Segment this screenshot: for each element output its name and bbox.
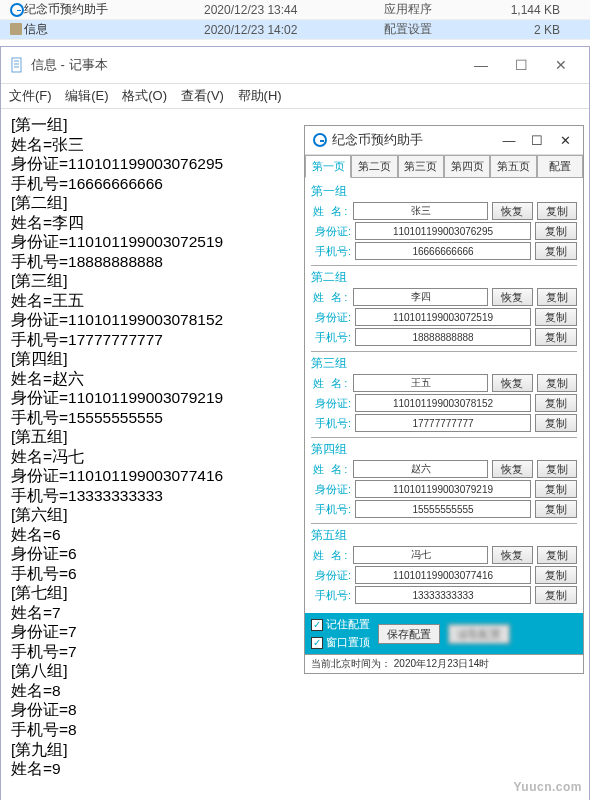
group: 第五组 姓 名: 恢复 复制 身份证: 复制 手机号: 复制: [311, 524, 577, 609]
document-icon: [9, 57, 25, 73]
helper-statusbar: 当前北京时间为： 2020年12月23日14时: [305, 654, 583, 673]
menu-help[interactable]: 帮助(H): [238, 88, 282, 103]
copy-button[interactable]: 复制: [535, 222, 577, 240]
field-input[interactable]: [353, 288, 488, 306]
field-input[interactable]: [355, 328, 531, 346]
menu-view[interactable]: 查看(V): [181, 88, 224, 103]
tab-0[interactable]: 第一页: [305, 155, 351, 178]
field-input[interactable]: [353, 460, 488, 478]
copy-button[interactable]: 复制: [537, 460, 577, 478]
save-config-button[interactable]: 保存配置: [378, 624, 440, 644]
tab-1[interactable]: 第二页: [351, 155, 397, 177]
notepad-line: 姓名=8: [11, 681, 579, 701]
field-input[interactable]: [355, 242, 531, 260]
group: 第四组 姓 名: 恢复 复制 身份证: 复制 手机号: 复制: [311, 438, 577, 524]
notepad-line: 手机号=8: [11, 720, 579, 740]
field-label: 身份证:: [311, 310, 351, 325]
groups: 第一组 姓 名: 恢复 复制 身份证: 复制 手机号: 复制 第二组 姓 名: …: [305, 178, 583, 613]
copy-button[interactable]: 复制: [535, 242, 577, 260]
field-input[interactable]: [355, 308, 531, 326]
file-type: 应用程序: [384, 1, 484, 18]
file-size: 1,144 KB: [484, 3, 580, 17]
file-size: 2 KB: [484, 23, 580, 37]
config-icon: [10, 23, 24, 37]
form-row: 手机号: 复制: [311, 328, 577, 346]
field-label: 手机号:: [311, 588, 351, 603]
copy-button[interactable]: 复制: [537, 202, 577, 220]
minimize-button[interactable]: —: [499, 133, 519, 147]
remember-config-checkbox[interactable]: ✓ 记住配置: [311, 617, 370, 632]
notepad-line: [第九组]: [11, 740, 579, 760]
restore-button[interactable]: 恢复: [492, 374, 532, 392]
helper-titlebar[interactable]: 纪念币预约助手 — ☐ ✕: [305, 126, 583, 155]
file-date: 2020/12/23 13:44: [204, 3, 384, 17]
minimize-button[interactable]: —: [461, 53, 501, 77]
copy-button[interactable]: 复制: [537, 288, 577, 306]
close-button[interactable]: ✕: [541, 53, 581, 77]
form-row: 姓 名: 恢复 复制: [311, 374, 577, 392]
field-label: 身份证:: [311, 396, 351, 411]
copy-button[interactable]: 复制: [535, 566, 577, 584]
tab-3[interactable]: 第四页: [444, 155, 490, 177]
menu-format[interactable]: 格式(O): [122, 88, 167, 103]
field-input[interactable]: [353, 546, 488, 564]
field-label: 手机号:: [311, 244, 351, 259]
copy-button[interactable]: 复制: [535, 480, 577, 498]
restore-button[interactable]: 恢复: [492, 460, 532, 478]
field-input[interactable]: [355, 586, 531, 604]
tab-4[interactable]: 第五页: [490, 155, 536, 177]
checkbox-icon: ✓: [311, 619, 323, 631]
field-input[interactable]: [355, 500, 531, 518]
field-input[interactable]: [355, 480, 531, 498]
field-input[interactable]: [355, 394, 531, 412]
field-input[interactable]: [355, 222, 531, 240]
copy-button[interactable]: 复制: [535, 328, 577, 346]
copy-button[interactable]: 复制: [535, 414, 577, 432]
field-input[interactable]: [355, 414, 531, 432]
form-row: 身份证: 复制: [311, 394, 577, 412]
restore-button[interactable]: 恢复: [492, 546, 532, 564]
close-button[interactable]: ✕: [555, 133, 575, 147]
form-row: 身份证: 复制: [311, 222, 577, 240]
field-label: 姓 名:: [311, 290, 349, 305]
restore-button[interactable]: 恢复: [492, 288, 532, 306]
group-title: 第二组: [311, 269, 577, 286]
field-label: 身份证:: [311, 482, 351, 497]
file-row[interactable]: 信息 2020/12/23 14:02 配置设置 2 KB: [0, 20, 590, 40]
file-name: 信息: [24, 21, 204, 38]
copy-button[interactable]: 复制: [535, 394, 577, 412]
menu-file[interactable]: 文件(F): [9, 88, 52, 103]
load-config-button[interactable]: 读取配置: [448, 624, 510, 644]
checkbox-label: 记住配置: [326, 617, 370, 632]
notepad-line: 身份证=8: [11, 700, 579, 720]
group: 第一组 姓 名: 恢复 复制 身份证: 复制 手机号: 复制: [311, 180, 577, 266]
form-row: 手机号: 复制: [311, 500, 577, 518]
copy-button[interactable]: 复制: [537, 374, 577, 392]
menu-edit[interactable]: 编辑(E): [65, 88, 108, 103]
maximize-button[interactable]: ☐: [527, 133, 547, 147]
form-row: 手机号: 复制: [311, 242, 577, 260]
helper-window[interactable]: 纪念币预约助手 — ☐ ✕ 第一页第二页第三页第四页第五页配置 第一组 姓 名:…: [304, 125, 584, 674]
field-input[interactable]: [355, 566, 531, 584]
group-title: 第五组: [311, 527, 577, 544]
file-row[interactable]: 纪念币预约助手 2020/12/23 13:44 应用程序 1,144 KB: [0, 0, 590, 20]
tab-2[interactable]: 第三页: [398, 155, 444, 177]
copy-button[interactable]: 复制: [535, 500, 577, 518]
copy-button[interactable]: 复制: [537, 546, 577, 564]
notepad-line: 姓名=9: [11, 759, 579, 779]
file-name: 纪念币预约助手: [24, 1, 204, 18]
notepad-titlebar[interactable]: 信息 - 记事本 — ☐ ✕: [1, 47, 589, 84]
field-label: 姓 名:: [311, 204, 349, 219]
window-controls: — ☐ ✕: [461, 53, 581, 77]
file-explorer: 纪念币预约助手 2020/12/23 13:44 应用程序 1,144 KB 信…: [0, 0, 590, 40]
maximize-button[interactable]: ☐: [501, 53, 541, 77]
always-on-top-checkbox[interactable]: ✓ 窗口置顶: [311, 635, 370, 650]
field-input[interactable]: [353, 202, 488, 220]
restore-button[interactable]: 恢复: [492, 202, 532, 220]
copy-button[interactable]: 复制: [535, 308, 577, 326]
helper-footer: ✓ 记住配置 ✓ 窗口置顶 保存配置 读取配置: [305, 613, 583, 654]
window-controls: — ☐ ✕: [499, 133, 575, 147]
copy-button[interactable]: 复制: [535, 586, 577, 604]
tab-5[interactable]: 配置: [537, 155, 583, 177]
field-input[interactable]: [353, 374, 488, 392]
